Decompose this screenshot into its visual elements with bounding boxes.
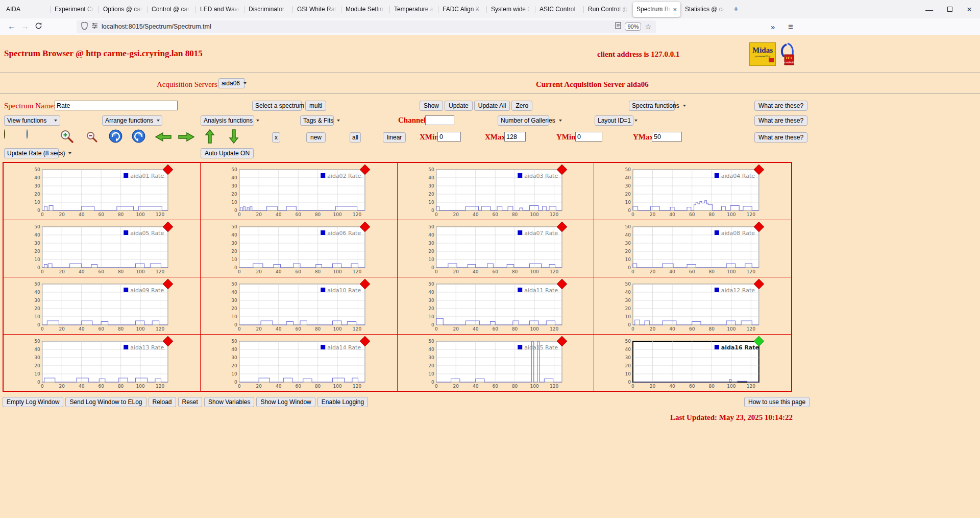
zoom-out-icon[interactable]: [86, 131, 98, 145]
log-button[interactable]: Reset: [178, 397, 202, 407]
spectrum-plot-cell[interactable]: 01020304050020406080100120aida12 Rate: [594, 277, 791, 335]
spectrum-plot-cell[interactable]: 01020304050020406080100120aida02 Rate: [201, 163, 398, 220]
gallery-prev-icon[interactable]: [109, 129, 122, 145]
svg-text:aida10 Rate: aida10 Rate: [327, 287, 361, 294]
linear-button[interactable]: linear: [383, 132, 406, 143]
help-button[interactable]: How to use this page: [744, 397, 810, 407]
browser-tab[interactable]: Options @ car: [100, 2, 147, 17]
log-button[interactable]: Empty Log Window: [3, 397, 63, 407]
browser-tab[interactable]: Experiment Co: [51, 2, 99, 17]
update-button[interactable]: Update: [445, 101, 473, 111]
maximize-icon[interactable]: [947, 7, 952, 12]
log-button[interactable]: Show Log Window: [256, 397, 315, 407]
arrow-right-icon[interactable]: [178, 131, 195, 145]
acquisition-server-select[interactable]: aida06: [218, 78, 245, 88]
browser-tab[interactable]: AIDA: [3, 2, 50, 17]
log-button[interactable]: Send Log Window to ELog: [65, 397, 146, 407]
xmax-input[interactable]: [504, 132, 526, 142]
spectrum-plot-cell[interactable]: 01020304050020406080100120aida15 Rate: [398, 335, 595, 391]
browser-tab[interactable]: LED and Wave: [197, 2, 244, 17]
bookmark-star-icon[interactable]: ☆: [645, 22, 651, 31]
log-button[interactable]: Enable Logging: [317, 397, 368, 407]
hamburger-menu-icon[interactable]: ≡: [788, 18, 793, 35]
number-of-galleries-dropdown[interactable]: Number of Galleries: [498, 115, 549, 126]
spectrum-plot-cell[interactable]: 01020304050020406080100120aida07 Rate: [398, 220, 595, 277]
show-button[interactable]: Show: [420, 101, 443, 111]
reader-mode-icon[interactable]: [615, 22, 621, 31]
update-rate-dropdown[interactable]: Update Rate (8 secs): [4, 148, 59, 158]
browser-tab[interactable]: Discriminator: [245, 2, 292, 17]
back-icon[interactable]: ←: [5, 22, 18, 31]
spectrum-plot-cell[interactable]: 01020304050020406080100120aida16 Rate: [594, 335, 791, 391]
water-icon[interactable]: [27, 130, 28, 139]
spectrum-plot-cell[interactable]: 01020304050020406080100120aida04 Rate: [594, 163, 791, 220]
browser-tab[interactable]: Temperature a: [390, 2, 438, 17]
new-tab-button[interactable]: +: [729, 3, 743, 16]
tcl-powered-logo[interactable]: TCL POWERED: [779, 42, 795, 66]
browser-tab[interactable]: Run Control @: [584, 2, 632, 17]
browser-tab[interactable]: Module Settin: [342, 2, 389, 17]
new-button[interactable]: new: [306, 132, 326, 143]
spectrum-plot-cell[interactable]: 01020304050020406080100120aida13 Rate: [4, 335, 201, 391]
tab-close-icon[interactable]: ×: [673, 6, 677, 13]
svg-text:20: 20: [256, 326, 262, 332]
zoom-level-badge[interactable]: 90%: [625, 22, 641, 31]
close-icon[interactable]: ×: [967, 5, 972, 14]
arrange-functions-dropdown[interactable]: Arrange functions: [102, 115, 162, 126]
log-button[interactable]: Show Variables: [204, 397, 255, 407]
arrow-down-icon[interactable]: [228, 129, 239, 146]
url-bar[interactable]: localhost:8015/Spectrum/Spectrum.tml 90%…: [77, 20, 656, 33]
forward-icon[interactable]: →: [18, 22, 32, 31]
overflow-menu-icon[interactable]: »: [771, 18, 775, 35]
minimize-icon[interactable]: —: [925, 6, 933, 13]
what-are-these-button[interactable]: What are these?: [754, 101, 807, 111]
ymin-input[interactable]: [575, 132, 602, 142]
ymax-input[interactable]: [652, 132, 682, 142]
browser-tab[interactable]: Control @ car: [148, 2, 195, 17]
multi-button[interactable]: multi: [305, 101, 326, 111]
spectrum-plot-cell[interactable]: 01020304050020406080100120aida10 Rate: [201, 277, 398, 335]
tags-fits-dropdown[interactable]: Tags & Fits: [300, 115, 334, 126]
browser-tab[interactable]: Statistics @ ca: [681, 2, 729, 17]
browser-tab[interactable]: System wide C: [487, 2, 535, 17]
arrow-up-icon[interactable]: [204, 129, 215, 146]
x-button[interactable]: x: [272, 132, 280, 143]
analysis-functions-dropdown[interactable]: Analysis functions: [201, 115, 254, 126]
spectrum-plot-cell[interactable]: 01020304050020406080100120aida11 Rate: [398, 277, 595, 335]
svg-text:50: 50: [231, 167, 237, 172]
spectrum-name-input[interactable]: [55, 101, 178, 110]
radiation-icon[interactable]: [4, 130, 5, 139]
what-are-these-button[interactable]: What are these?: [754, 132, 807, 143]
reload-icon[interactable]: [32, 22, 45, 32]
spectrum-plot-cell[interactable]: 01020304050020406080100120aida14 Rate: [201, 335, 398, 391]
browser-tab[interactable]: Spectrum Br×: [633, 2, 680, 17]
spectra-functions-dropdown[interactable]: Spectra functions: [629, 101, 675, 111]
arrow-left-icon[interactable]: [155, 131, 172, 145]
zero-button[interactable]: Zero: [511, 101, 532, 111]
log-button[interactable]: Reload: [149, 397, 176, 407]
spectrum-plot-cell[interactable]: 01020304050020406080100120aida01 Rate: [4, 163, 201, 220]
spectrum-plot-cell[interactable]: 01020304050020406080100120aida05 Rate: [4, 220, 201, 277]
browser-tab[interactable]: ASIC Control: [536, 2, 583, 17]
shield-icon[interactable]: [81, 22, 88, 32]
svg-text:80: 80: [315, 384, 321, 389]
update-all-button[interactable]: Update All: [474, 101, 510, 111]
channel-input[interactable]: [425, 115, 454, 125]
view-functions-dropdown[interactable]: View functions: [4, 115, 60, 126]
spectrum-plot-cell[interactable]: 01020304050020406080100120aida03 Rate: [398, 163, 595, 220]
spectrum-plot-cell[interactable]: 01020304050020406080100120aida06 Rate: [201, 220, 398, 277]
all-button[interactable]: all: [350, 132, 361, 143]
browser-tab[interactable]: FADC Align &: [439, 2, 486, 17]
what-are-these-button[interactable]: What are these?: [754, 115, 807, 126]
zoom-in-icon[interactable]: [59, 129, 75, 146]
spectrum-plot-cell[interactable]: 01020304050020406080100120aida09 Rate: [4, 277, 201, 335]
layout-id-dropdown[interactable]: Layout ID=1: [595, 115, 633, 126]
xmin-input[interactable]: [437, 132, 461, 142]
spectrum-plot-cell[interactable]: 01020304050020406080100120aida08 Rate: [594, 220, 791, 277]
midas-logo[interactable]: Midas powered by: [749, 42, 776, 66]
select-spectrum-dropdown[interactable]: Select a spectrum: [252, 101, 302, 111]
auto-update-button[interactable]: Auto Update ON: [201, 148, 254, 158]
gallery-next-icon[interactable]: [132, 129, 145, 145]
site-settings-icon[interactable]: [91, 22, 98, 31]
browser-tab[interactable]: GSI White Rab: [293, 2, 341, 17]
